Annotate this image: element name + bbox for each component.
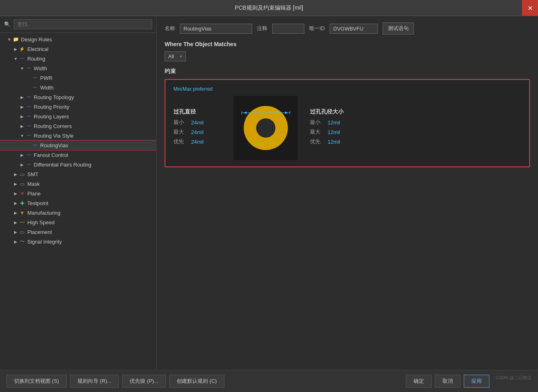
arrow-routing-corners <box>19 123 25 129</box>
label-signal-integrity: Signal Integrity <box>27 239 62 245</box>
icon-plane: ✕ <box>18 190 26 197</box>
arrow-signal-integrity <box>13 239 18 244</box>
tree-item-routing-priority[interactable]: 〰 Routing Priority <box>0 102 156 112</box>
via-diagram <box>234 96 298 160</box>
icon-width: 〰 <box>25 65 32 72</box>
rule-header: 名称 注释 唯一ID DVGWBVFU 测试语句 <box>165 22 530 35</box>
switch-doc-view-button[interactable]: 切换到文档视图 (S) <box>6 375 67 388</box>
icon-width-leaf: 〰 <box>31 84 39 91</box>
label-routing-corners: Routing Corners <box>34 123 72 129</box>
icon-fanout-control: 〰 <box>25 151 32 158</box>
tree-item-routing-via-style[interactable]: 〰 Routing Via Style <box>0 131 156 140</box>
via-diameter-max-label: 最大 <box>173 128 188 136</box>
arrow-design-rules <box>6 37 12 42</box>
tree-item-width-leaf[interactable]: 〰 Width <box>0 83 156 92</box>
arrow-fanout-control <box>19 152 25 158</box>
tree-item-diff-pairs[interactable]: 〰 Differential Pairs Routing <box>0 160 156 169</box>
rule-wizard-button[interactable]: 规则向导 (R)... <box>70 375 119 388</box>
tree-item-high-speed[interactable]: 〰 High Speed <box>0 217 156 227</box>
via-diameter-min-row: 最小 24mil <box>173 119 222 126</box>
cancel-button[interactable]: 取消 <box>435 375 461 388</box>
icon-routing-layers: 〰 <box>25 113 32 120</box>
via-inner-circle <box>256 118 275 138</box>
where-dropdown-wrapper[interactable]: All <box>165 51 186 61</box>
apply-button[interactable]: 应用 <box>464 375 489 388</box>
label-mask: Mask <box>27 181 40 187</box>
label-testpoint: Testpoint <box>27 200 48 206</box>
min-max-label: Min/Max preferred <box>173 86 521 92</box>
tree-item-routing[interactable]: 〰 Routing <box>0 54 156 63</box>
tree-item-routing-layers[interactable]: 〰 Routing Layers <box>0 112 156 121</box>
via-diameter-max-value: 24mil <box>191 129 215 135</box>
label-routing-vias: RoutingVias <box>40 142 68 148</box>
tree-item-mask[interactable]: ▭ Mask <box>0 179 156 189</box>
via-hole-max-label: 最大 <box>310 128 324 136</box>
label-routing-priority: Routing Priority <box>34 104 69 110</box>
priority-button[interactable]: 优先级 (P)... <box>122 375 166 388</box>
constraint-content: 过孔直径 最小 24mil 最大 24mil 优先 24mil <box>173 96 521 160</box>
confirm-button[interactable]: 确定 <box>406 375 432 388</box>
search-input[interactable] <box>14 19 152 29</box>
label-manufacturing: Manufacturing <box>27 210 60 216</box>
via-diameter-pref-label: 优先 <box>173 138 188 145</box>
arrow-smt <box>13 171 18 177</box>
label-pwr: PWR <box>40 75 52 81</box>
tree-item-pwr[interactable]: 〰 PWR <box>0 73 156 83</box>
arrow-routing-vias <box>26 142 31 148</box>
comment-input[interactable] <box>272 24 304 34</box>
comment-label: 注释 <box>257 25 267 32</box>
name-label: 名称 <box>165 25 175 32</box>
tree-item-fanout-control[interactable]: 〰 Fanout Control <box>0 150 156 160</box>
arrow-plane <box>13 191 18 196</box>
constraint-area: Min/Max preferred 过孔直径 最小 24mil 最大 24mil <box>165 79 530 167</box>
via-hole-max-row: 最大 12mil <box>310 128 374 136</box>
label-width-leaf: Width <box>40 85 53 91</box>
via-diameter-pref-row: 优先 24mil <box>173 138 222 145</box>
tree-item-routing-corners[interactable]: 〰 Routing Corners <box>0 121 156 131</box>
icon-placement: ▭ <box>18 228 26 236</box>
rule-name-input[interactable] <box>180 24 252 34</box>
unique-id-display: DVGWBVFU <box>330 24 378 34</box>
icon-signal-integrity: 〜 <box>18 238 26 245</box>
label-smt: SMT <box>27 171 38 177</box>
where-dropdown[interactable]: All <box>165 51 186 61</box>
label-routing: Routing <box>27 56 45 62</box>
tree-item-routing-vias[interactable]: 〰 RoutingVias <box>0 140 156 150</box>
icon-testpoint: ✚ <box>18 199 26 207</box>
tree-item-placement[interactable]: ▭ Placement <box>0 227 156 237</box>
tree-item-plane[interactable]: ✕ Plane <box>0 189 156 198</box>
via-diameter-pref-value: 24mil <box>191 139 215 145</box>
via-hole-pref-value: 12mil <box>328 139 352 145</box>
close-button[interactable]: ✕ <box>522 0 538 16</box>
label-width: Width <box>34 65 47 71</box>
arrow-pwr <box>26 75 31 81</box>
tree-item-electrical[interactable]: ⚡ Electrical <box>0 44 156 54</box>
via-hole-min-value: 12mil <box>328 120 352 126</box>
tree-item-testpoint[interactable]: ✚ Testpoint <box>0 198 156 208</box>
icon-high-speed: 〰 <box>18 219 26 226</box>
right-panel: 名称 注释 唯一ID DVGWBVFU 测试语句 Where The Objec… <box>157 16 538 370</box>
arrow-routing-topology <box>19 94 25 100</box>
tree-item-smt[interactable]: ▭ SMT <box>0 169 156 179</box>
arrow-manufacturing <box>13 210 18 215</box>
test-button[interactable]: 测试语句 <box>383 22 414 35</box>
tree-item-routing-topology[interactable]: 〰 Routing Topology <box>0 92 156 102</box>
label-plane: Plane <box>27 191 41 197</box>
label-design-rules: Design Rules <box>21 37 52 43</box>
label-placement: Placement <box>27 229 52 235</box>
via-hole-pref-row: 优先 12mil <box>310 138 374 145</box>
via-hole-pref-label: 优先 <box>310 138 324 145</box>
arrow-routing <box>13 56 18 61</box>
tree-item-signal-integrity[interactable]: 〜 Signal Integrity <box>0 237 156 246</box>
arrow-diff-pairs <box>19 162 25 167</box>
via-diameter-heading: 过孔直径 <box>173 108 222 116</box>
tree-item-design-rules[interactable]: 📁 Design Rules <box>0 35 156 44</box>
tree-item-manufacturing[interactable]: ▼ Manufacturing <box>0 208 156 217</box>
icon-smt: ▭ <box>18 171 26 178</box>
create-default-rules-button[interactable]: 创建默认规则 (C) <box>169 375 224 388</box>
icon-routing-corners: 〰 <box>25 122 32 130</box>
via-hole-heading: 过孔孔径大小 <box>310 108 374 116</box>
tree-container: 📁 Design Rules ⚡ Electrical 〰 Routing 〰 … <box>0 33 156 370</box>
via-diameter-data: 过孔直径 最小 24mil 最大 24mil 优先 24mil <box>173 108 222 148</box>
tree-item-width[interactable]: 〰 Width <box>0 63 156 73</box>
